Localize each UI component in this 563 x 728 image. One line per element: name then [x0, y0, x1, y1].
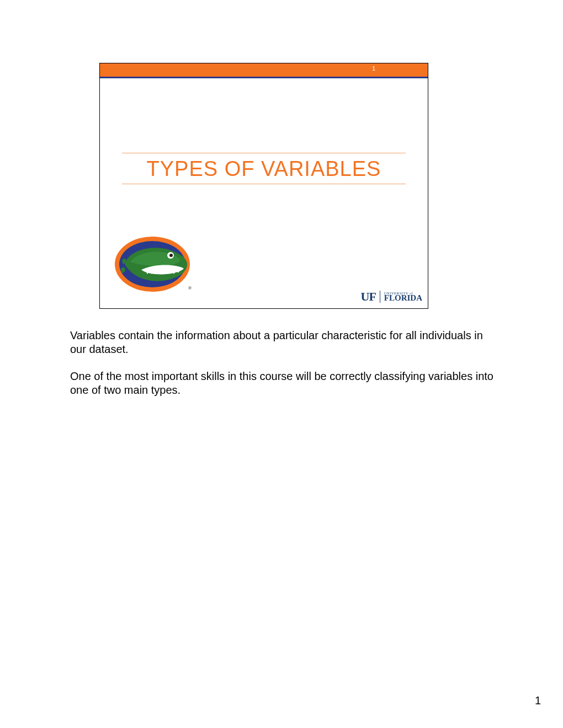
slide-header-bar: [100, 63, 428, 77]
speaker-notes: Variables contain the information about …: [70, 329, 495, 410]
page: 1 TYPES OF VARIABLES ® UF UN: [0, 0, 563, 728]
slide-header-rule: [100, 77, 428, 78]
slide-thumbnail: 1 TYPES OF VARIABLES ® UF UN: [99, 63, 428, 309]
notes-paragraph-1: Variables contain the information about …: [70, 329, 495, 356]
uf-logo-florida: FLORIDA: [384, 295, 422, 302]
gator-logo-icon: ®: [111, 230, 199, 298]
uf-logo: UF UNIVERSITY of FLORIDA: [361, 290, 423, 304]
slide-number: 1: [372, 65, 375, 72]
svg-point-3: [169, 254, 173, 257]
uf-logo-stack: UNIVERSITY of FLORIDA: [384, 292, 422, 302]
title-rule-top: [122, 153, 406, 153]
notes-paragraph-2: One of the most important skills in this…: [70, 370, 495, 397]
title-rule-bottom: [122, 184, 406, 184]
uf-logo-divider: [380, 291, 380, 303]
uf-logo-uf: UF: [361, 290, 376, 303]
svg-text:®: ®: [188, 286, 192, 291]
slide-title: TYPES OF VARIABLES: [100, 157, 428, 181]
page-number: 1: [535, 694, 541, 707]
